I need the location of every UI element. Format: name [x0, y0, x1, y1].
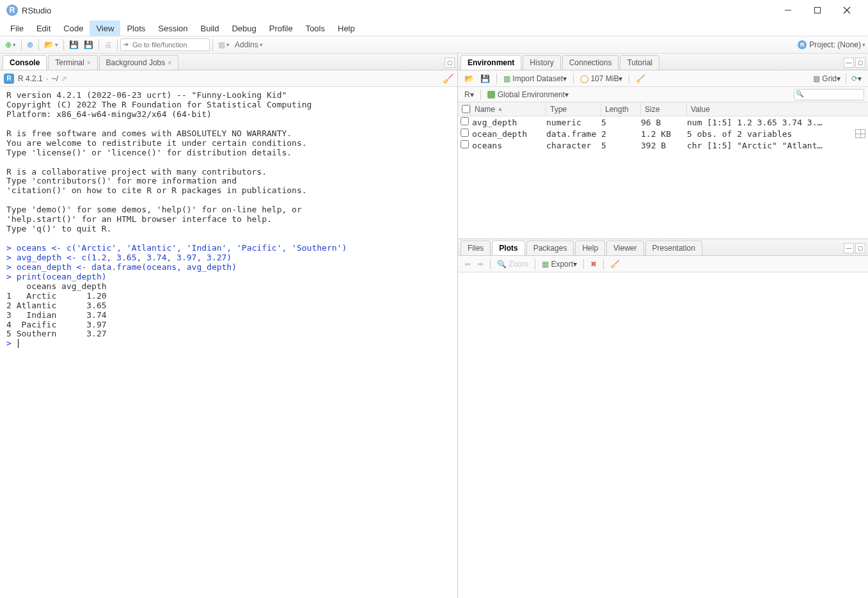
- engine-selector[interactable]: R ▾: [462, 88, 477, 101]
- new-project-button[interactable]: ⊕: [24, 38, 36, 52]
- pane-maximize-button[interactable]: ▢: [855, 243, 865, 253]
- tab-environment[interactable]: Environment: [461, 55, 521, 70]
- env-row-checkbox[interactable]: [461, 117, 469, 125]
- memory-usage-button[interactable]: ◯ 107 MiB ▾: [578, 72, 625, 85]
- tab-terminal[interactable]: Terminal×: [48, 55, 97, 70]
- left-pane: Console Terminal× Background Jobs× ▢ R R…: [0, 54, 458, 598]
- console-commands: > oceans <- c('Arctic', 'Atlantic', 'Ind…: [6, 243, 347, 281]
- window-close-button[interactable]: [832, 0, 862, 20]
- menu-debug[interactable]: Debug: [225, 20, 262, 36]
- keyboard-shortcuts-button[interactable]: ▦▾: [216, 38, 232, 52]
- env-length: 5: [601, 141, 641, 150]
- env-value: 5 obs. of 2 variables: [687, 129, 792, 139]
- window-minimize-button[interactable]: [773, 0, 803, 20]
- clear-workspace-button[interactable]: 🧹: [633, 72, 648, 85]
- env-row-checkbox[interactable]: [461, 140, 469, 148]
- console-subbar: R R 4.2.1 · ~/ ⇗ 🧹: [0, 70, 457, 87]
- menu-code[interactable]: Code: [57, 20, 90, 36]
- tab-background-jobs[interactable]: Background Jobs×: [99, 55, 179, 70]
- env-name: oceans: [471, 141, 546, 150]
- plot-zoom-button[interactable]: 🔍 Zoom: [494, 258, 531, 271]
- window-maximize-button[interactable]: [803, 0, 832, 20]
- tab-help[interactable]: Help: [575, 240, 605, 255]
- console-output[interactable]: R version 4.2.1 (2022-06-23 ucrt) -- "Fu…: [0, 87, 457, 598]
- pane-minimize-button[interactable]: —: [844, 58, 854, 68]
- environment-tabstrip: Environment History Connections Tutorial…: [458, 54, 868, 70]
- env-row[interactable]: ocean_depth data.frame 2 1.2 KB 5 obs. o…: [458, 128, 868, 139]
- tab-viewer[interactable]: Viewer: [606, 240, 643, 255]
- import-dataset-button[interactable]: ▦ Import Dataset ▾: [501, 72, 569, 85]
- tab-files[interactable]: Files: [461, 240, 491, 255]
- env-col-check[interactable]: [458, 102, 471, 116]
- menu-edit[interactable]: Edit: [30, 20, 57, 36]
- close-icon[interactable]: ×: [87, 59, 91, 67]
- tab-connections[interactable]: Connections: [562, 55, 619, 70]
- menu-plots[interactable]: Plots: [120, 20, 152, 36]
- svg-rect-1: [815, 8, 821, 13]
- env-select-all-checkbox[interactable]: [462, 105, 470, 113]
- environment-pane: Environment History Connections Tutorial…: [458, 54, 868, 239]
- env-name: ocean_depth: [471, 129, 546, 139]
- menu-help[interactable]: Help: [331, 20, 361, 36]
- tab-packages[interactable]: Packages: [526, 240, 574, 255]
- menu-profile[interactable]: Profile: [263, 20, 299, 36]
- save-all-button[interactable]: 💾: [81, 38, 96, 52]
- menu-tools[interactable]: Tools: [299, 20, 331, 36]
- goto-arrow-icon: ➔: [123, 40, 129, 49]
- pane-maximize-button[interactable]: ▢: [855, 58, 865, 68]
- open-dir-icon[interactable]: ⇗: [61, 74, 67, 83]
- engine-label: R: [464, 90, 470, 99]
- print-button[interactable]: 🖨: [102, 38, 114, 52]
- plot-prev-button[interactable]: ⬅: [462, 258, 473, 271]
- clear-console-icon[interactable]: 🧹: [443, 74, 454, 84]
- tab-console[interactable]: Console: [3, 55, 47, 70]
- tab-tutorial[interactable]: Tutorial: [620, 55, 659, 70]
- env-col-length[interactable]: Length: [601, 102, 641, 116]
- plot-clear-all-button[interactable]: 🧹: [608, 258, 622, 271]
- open-file-button[interactable]: 📂▾: [42, 38, 61, 52]
- save-button[interactable]: 💾: [67, 38, 81, 52]
- menu-view[interactable]: View: [90, 20, 120, 36]
- env-col-size[interactable]: Size: [641, 102, 687, 116]
- pane-minimize-button[interactable]: —: [844, 243, 854, 253]
- tab-presentation-label: Presentation: [652, 244, 695, 253]
- env-view-toggle[interactable]: ▦ Grid ▾: [810, 72, 843, 85]
- plot-export-button[interactable]: ▦ Export ▾: [539, 258, 580, 271]
- memory-label: 107 MiB: [590, 74, 619, 83]
- tab-files-label: Files: [468, 244, 484, 253]
- env-type: character: [546, 141, 601, 150]
- load-workspace-button[interactable]: 📂: [462, 72, 477, 85]
- env-row-checkbox[interactable]: [461, 129, 469, 137]
- addins-label: Addins: [235, 40, 258, 49]
- env-column-headers: Name Type Length Size Value: [458, 102, 868, 116]
- menu-file[interactable]: File: [4, 20, 30, 36]
- plot-remove-button[interactable]: ✖: [588, 258, 599, 271]
- close-icon[interactable]: ×: [168, 59, 171, 67]
- env-row[interactable]: avg_depth numeric 5 96 B num [1:5] 1.2 3…: [458, 116, 868, 128]
- refresh-env-button[interactable]: ⟳▾: [849, 72, 864, 85]
- env-row[interactable]: oceans character 5 392 B chr [1:5] "Arct…: [458, 139, 868, 151]
- menu-session[interactable]: Session: [152, 20, 194, 36]
- tab-plots[interactable]: Plots: [492, 240, 525, 255]
- save-workspace-button[interactable]: 💾: [478, 72, 493, 85]
- env-col-value[interactable]: Value: [687, 102, 868, 116]
- plot-canvas: [458, 272, 868, 598]
- tab-history[interactable]: History: [523, 55, 560, 70]
- working-dir-label[interactable]: ~/: [52, 74, 58, 83]
- scope-selector[interactable]: Global Environment ▾: [485, 88, 571, 101]
- dot-sep: ·: [44, 74, 51, 83]
- tab-presentation[interactable]: Presentation: [645, 240, 702, 255]
- project-dropdown-icon[interactable]: ▾: [862, 42, 865, 48]
- addins-menu[interactable]: Addins ▾: [232, 38, 265, 52]
- menu-build[interactable]: Build: [194, 20, 226, 36]
- new-file-button[interactable]: ⊕▾: [3, 38, 19, 52]
- plot-next-button[interactable]: ➡: [475, 258, 486, 271]
- goto-file-function-input[interactable]: [120, 38, 210, 51]
- env-col-name[interactable]: Name: [471, 102, 546, 116]
- env-col-type[interactable]: Type: [546, 102, 601, 116]
- project-label[interactable]: Project: (None): [809, 40, 861, 49]
- console-tabstrip: Console Terminal× Background Jobs× ▢: [0, 54, 457, 70]
- env-search-input[interactable]: [794, 89, 864, 100]
- pane-detach-button[interactable]: ▢: [445, 58, 455, 68]
- view-dataframe-icon[interactable]: [855, 129, 865, 138]
